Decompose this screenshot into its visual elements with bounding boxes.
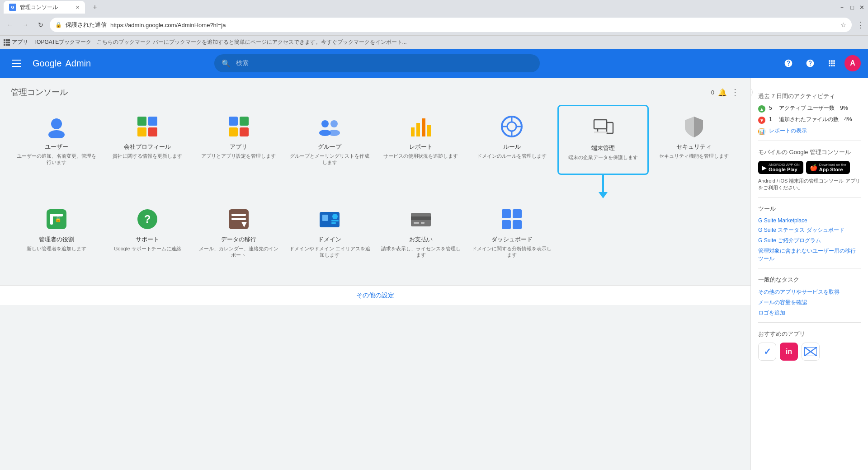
help-icon [806,59,815,68]
apps-card[interactable]: アプリ アプリとアプリ設定を管理します [193,105,284,175]
svg-rect-44 [411,216,431,220]
app-store-text: Download on the App Store [819,163,846,172]
billing-title: お支払い [409,235,433,244]
header-right-controls: A [779,54,861,72]
activity-percent-files: 4% [844,116,852,122]
device-management-icon [590,115,616,141]
groups-card[interactable]: グループ グループとメーリングリストを作成します [284,105,376,175]
gsuite-status-link[interactable]: G Suite ステータス ダッシュボード [758,226,861,234]
svg-rect-6 [229,117,238,126]
divider-3 [758,268,861,268]
data-migration-desc: メール、カレンダー、連絡先のインポート [198,245,280,258]
view-reports-link[interactable]: レポートの表示 [769,127,807,134]
admin-roles-desc: 新しい管理者を追加します [27,245,86,252]
svg-rect-3 [148,117,157,126]
maximize-button[interactable]: □ [850,4,854,11]
reports-card[interactable]: レポート サービスの使用状況を追跡します [375,105,467,175]
apps-grid-icon [4,39,10,46]
help-icon-button[interactable] [801,54,819,72]
company-profile-card[interactable]: 会社プロフィール 貴社に関する情報を更新します [102,105,193,175]
recommended-app-invision[interactable]: in [780,343,798,361]
forward-button[interactable]: → [19,19,32,31]
data-migration-card[interactable]: データの移行 メール、カレンダー、連絡先のインポート [193,197,284,268]
svg-rect-9 [240,127,249,136]
activity-num-users: 5 [769,105,772,111]
customize-button[interactable]: ⋮ [856,20,864,30]
apps-icon [226,114,251,139]
divider-1 [758,141,861,141]
billing-desc: 請求を表示し、ライセンスを管理します [380,245,462,258]
bell-icon[interactable]: 🔔 [718,88,727,97]
recommended-app-other[interactable] [802,343,820,361]
device-management-card[interactable]: 端末管理 端末の企業データを保護します [557,105,649,175]
admin-roles-card[interactable]: 🔒 管理者の役割 新しい管理者を追加します [11,197,102,268]
groups-desc: グループとメーリングリストを作成します [289,153,371,166]
svg-rect-42 [331,222,336,224]
svg-rect-7 [240,117,249,126]
search-bar[interactable]: 🔍 検索 [214,54,540,72]
bookmark-star-button[interactable]: ☆ [840,21,846,28]
google-logo-text: Google [33,58,62,69]
tab-close-button[interactable]: ✕ [75,5,80,10]
app-store-badge[interactable]: 🍎 Download on the App Store [806,161,850,174]
support-icon [784,59,793,68]
users-desc: ユーザーの追加、名前変更、管理を行います [15,153,98,166]
users-card[interactable]: ユーザー ユーザーの追加、名前変更、管理を行います [11,105,102,175]
gsuite-referral-link[interactable]: G Suite ご紹介プログラム [758,237,861,244]
domain-desc: ドメインやドメイン エイリアスを追加します [289,245,371,258]
more-options-button[interactable]: ⋮ [731,87,740,98]
recommended-app-check[interactable]: ✓ [758,343,776,361]
sidebar-toggle-button[interactable]: › [750,87,753,98]
browser-tab[interactable]: G 管理コンソール ✕ [4,1,85,14]
back-button[interactable]: ← [4,19,16,31]
security-icon: 🔒 [55,22,62,28]
new-tab-button[interactable]: + [89,1,101,14]
support-desc: Google サポートチームに連絡 [114,245,181,252]
domain-card[interactable]: ドメイン ドメインやドメイン エイリアスを追加します [284,197,376,268]
admin-header: Google Admin 🔍 検索 A [0,49,868,78]
support-icon-button[interactable] [779,54,797,72]
dashboard-icon [499,207,524,232]
svg-marker-52 [804,347,811,356]
svg-rect-25 [607,122,613,133]
migration-tool-link[interactable]: 管理対象に含まれないユーザー用の移行ツール [758,247,861,263]
close-button[interactable]: ✕ [859,4,864,11]
gsuite-marketplace-link[interactable]: G Suite Marketplace [758,217,861,224]
check-mail-link[interactable]: メールの容量を確認 [758,299,861,306]
other-settings-link[interactable]: その他の設定 [356,291,394,300]
minimize-button[interactable]: － [839,3,845,11]
apps-grid-icon [827,59,836,68]
get-apps-link[interactable]: その他のアプリやサービスを取得 [758,288,861,296]
billing-card[interactable]: お支払い 請求を表示し、ライセンスを管理します [375,197,467,268]
title-bar: G 管理コンソール ✕ + － □ ✕ [0,0,868,14]
app-store-label: App Store [819,167,846,172]
user-avatar-button[interactable]: A [844,55,861,71]
admin-icons-grid-row2: 🔒 管理者の役割 新しい管理者を追加します ? サポート G [0,197,750,268]
bookmarks-apps-button[interactable]: アプリ [4,38,28,46]
users-icon [44,114,69,139]
svg-marker-54 [804,352,817,356]
reports-icon [408,114,434,139]
menu-button[interactable] [7,54,25,72]
apps-grid-button[interactable] [823,54,841,72]
topgate-bookmark[interactable]: TOPGATEブックマーク [33,38,91,46]
google-play-badge[interactable]: ▶ ANDROID APP ON Google Play [758,161,803,174]
svg-rect-35 [231,214,246,216]
security-card[interactable]: セキュリティ セキュリティ機能を管理します [649,105,740,175]
address-bar[interactable]: 🔒 保護された通信 https://admin.google.com/Admin… [50,18,852,32]
security-title: セキュリティ [676,143,712,151]
activity-dot-green: ▲ [758,105,765,113]
dashboard-card[interactable]: ダッシュボード ドメインに関する分析情報を表示します [467,197,558,268]
svg-rect-24 [594,120,607,129]
browser-chrome: G 管理コンソール ✕ + － □ ✕ ← → ↻ 🔒 保護された通信 http… [0,0,868,35]
add-logo-link[interactable]: ロゴを追加 [758,309,861,317]
url-protocol: 保護された通信 [66,21,107,29]
support-card[interactable]: ? サポート Google サポートチームに連絡 [102,197,193,268]
divider-4 [758,322,861,323]
svg-marker-53 [811,347,817,356]
rules-card[interactable]: ルール ドメインのルールを管理します [467,105,558,175]
refresh-button[interactable]: ↻ [34,19,47,31]
apps-title: アプリ [230,143,247,151]
title-right: 0 🔔 ⋮ [711,87,740,98]
svg-point-13 [328,130,340,136]
